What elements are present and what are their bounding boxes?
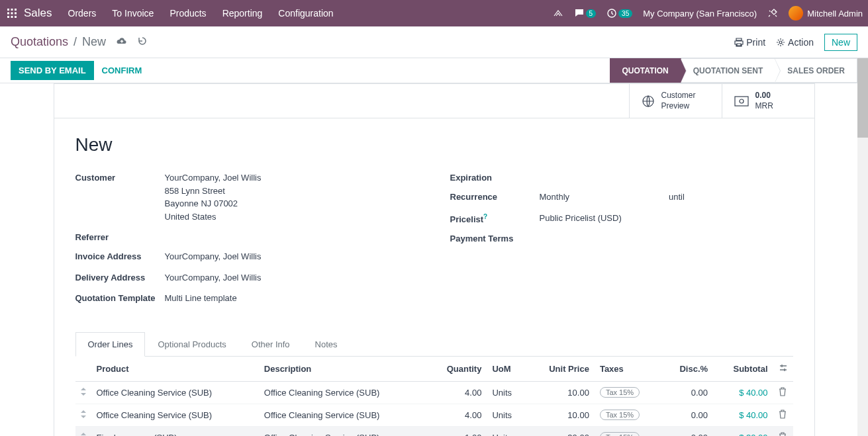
print-button[interactable]: Print — [734, 37, 765, 48]
cell-product[interactable]: Office Cleaning Service (SUB) — [91, 404, 259, 426]
cell-disc[interactable]: 0.00 — [661, 404, 713, 426]
page-title: New — [75, 134, 793, 155]
nav-reporting[interactable]: Reporting — [222, 8, 263, 19]
svg-rect-12 — [735, 97, 748, 106]
th-description[interactable]: Description — [259, 357, 426, 382]
cloud-save-icon[interactable] — [117, 35, 127, 49]
th-taxes[interactable]: Taxes — [595, 357, 661, 382]
discard-icon[interactable] — [138, 35, 147, 49]
table-row[interactable]: Office Cleaning Service (SUB)Office Clea… — [75, 381, 793, 404]
svg-rect-2 — [15, 9, 17, 11]
th-subtotal[interactable]: Subtotal — [713, 357, 773, 382]
app-brand[interactable]: Sales — [24, 7, 52, 20]
cell-taxes[interactable]: Tax 15% — [595, 404, 661, 426]
breadcrumb-actions: Print Action New — [734, 34, 857, 51]
th-uom[interactable]: UoM — [487, 357, 527, 382]
form-col-right: Expiration Recurrence Monthly until Pric… — [450, 171, 793, 313]
delivery-address-field[interactable]: YourCompany, Joel Willis — [165, 271, 418, 284]
cell-unit-price[interactable]: 10.00 — [527, 381, 595, 404]
cell-description[interactable]: Office Cleaning Service (SUB) — [259, 404, 426, 426]
debug-icon[interactable] — [767, 8, 778, 19]
breadcrumb-root[interactable]: Quotations — [11, 35, 68, 49]
send-by-email-button[interactable]: SEND BY EMAIL — [11, 61, 94, 80]
tab-optional-products[interactable]: Optional Products — [145, 332, 238, 357]
scrollbar[interactable] — [857, 58, 868, 436]
stage-quotation[interactable]: QUOTATION — [610, 58, 681, 83]
nav-configuration[interactable]: Configuration — [278, 8, 333, 19]
mrr-button[interactable]: 0.00 MRR — [722, 84, 814, 118]
delete-row-icon[interactable] — [773, 404, 793, 426]
cell-taxes[interactable]: Tax 15% — [595, 381, 661, 404]
activities-icon[interactable]: 35 — [606, 8, 632, 19]
pricelist-field[interactable]: Public Pricelist (USD) — [540, 212, 793, 225]
company-selector[interactable]: My Company (San Francisco) — [643, 9, 757, 19]
columns-options-icon[interactable] — [773, 357, 793, 382]
tab-other-info[interactable]: Other Info — [239, 332, 303, 357]
nav-orders[interactable]: Orders — [68, 8, 97, 19]
cell-unit-price[interactable]: 10.00 — [527, 404, 595, 426]
nav-products[interactable]: Products — [169, 8, 206, 19]
template-field[interactable]: Multi Line template — [165, 292, 418, 305]
cell-disc[interactable]: 0.00 — [661, 426, 713, 436]
preview-line1: Customer — [661, 91, 696, 101]
pricelist-help-icon[interactable]: ? — [483, 213, 487, 220]
cell-uom[interactable]: Units — [487, 381, 527, 404]
recurrence-field[interactable]: Monthly until — [540, 191, 793, 204]
tab-notes[interactable]: Notes — [303, 332, 350, 357]
breadcrumb-sep: / — [73, 35, 77, 49]
tab-order-lines[interactable]: Order Lines — [75, 332, 146, 357]
money-icon — [734, 96, 749, 107]
invoice-address-field[interactable]: YourCompany, Joel Willis — [165, 250, 418, 263]
customer-preview-button[interactable]: Customer Preview — [629, 84, 722, 118]
print-label: Print — [746, 37, 765, 48]
drag-handle-icon[interactable] — [75, 404, 91, 426]
svg-marker-14 — [81, 388, 86, 390]
th-unit-price[interactable]: Unit Price — [527, 357, 595, 382]
cell-quantity[interactable]: 1.00 — [426, 426, 487, 436]
action-button[interactable]: Action — [776, 37, 814, 48]
invoice-address-label: Invoice Address — [75, 250, 165, 261]
form-col-left: Customer YourCompany, Joel Willis 858 Ly… — [75, 171, 418, 313]
cell-uom[interactable]: Units — [487, 404, 527, 426]
form-columns: Customer YourCompany, Joel Willis 858 Ly… — [75, 171, 793, 313]
status-bar: SEND BY EMAIL CONFIRM QUOTATION QUOTATIO… — [0, 58, 868, 83]
confirm-button[interactable]: CONFIRM — [102, 65, 142, 75]
recurrence-label: Recurrence — [450, 191, 540, 202]
cell-description[interactable]: Office Cleaning Service (SUB) — [259, 426, 426, 436]
cell-description[interactable]: Office Cleaning Service (SUB) — [259, 381, 426, 404]
referrer-label: Referrer — [75, 231, 165, 242]
th-disc[interactable]: Disc.% — [661, 357, 713, 382]
tray-icon[interactable] — [553, 8, 563, 19]
action-label: Action — [788, 37, 814, 48]
mrr-value: 0.00 — [755, 91, 773, 101]
cell-product[interactable]: Office Cleaning Service (SUB) — [91, 381, 259, 404]
th-product[interactable]: Product — [91, 357, 259, 382]
delete-row-icon[interactable] — [773, 426, 793, 436]
nav-to-invoice[interactable]: To Invoice — [112, 8, 154, 19]
cell-product[interactable]: Fire Insurance (SUB) — [91, 426, 259, 436]
new-button[interactable]: New — [824, 34, 857, 51]
cell-taxes[interactable]: Tax 15% — [595, 426, 661, 436]
apps-icon[interactable] — [5, 7, 19, 20]
user-menu[interactable]: Mitchell Admin — [789, 6, 863, 21]
nav-items: Orders To Invoice Products Reporting Con… — [68, 8, 553, 19]
cell-quantity[interactable]: 4.00 — [426, 404, 487, 426]
th-quantity[interactable]: Quantity — [426, 357, 487, 382]
drag-handle-icon[interactable] — [75, 426, 91, 436]
cell-disc[interactable]: 0.00 — [661, 381, 713, 404]
stage-quotation-sent[interactable]: QUOTATION SENT — [681, 58, 776, 83]
messages-icon[interactable]: 5 — [574, 8, 597, 19]
delete-row-icon[interactable] — [773, 381, 793, 404]
cell-unit-price[interactable]: 30.00 — [527, 426, 595, 436]
table-row[interactable]: Office Cleaning Service (SUB)Office Clea… — [75, 404, 793, 426]
drag-handle-icon[interactable] — [75, 381, 91, 404]
scrollbar-thumb[interactable] — [857, 58, 868, 138]
table-row[interactable]: Fire Insurance (SUB)Office Cleaning Serv… — [75, 426, 793, 436]
customer-field[interactable]: YourCompany, Joel Willis 858 Lynn Street… — [165, 171, 418, 223]
stage-bar: QUOTATION QUOTATION SENT SALES ORDER — [610, 58, 857, 83]
svg-marker-16 — [81, 410, 86, 413]
cell-uom[interactable]: Units — [487, 426, 527, 436]
cell-quantity[interactable]: 4.00 — [426, 381, 487, 404]
stage-sales-order[interactable]: SALES ORDER — [775, 58, 857, 83]
svg-marker-15 — [81, 393, 86, 396]
